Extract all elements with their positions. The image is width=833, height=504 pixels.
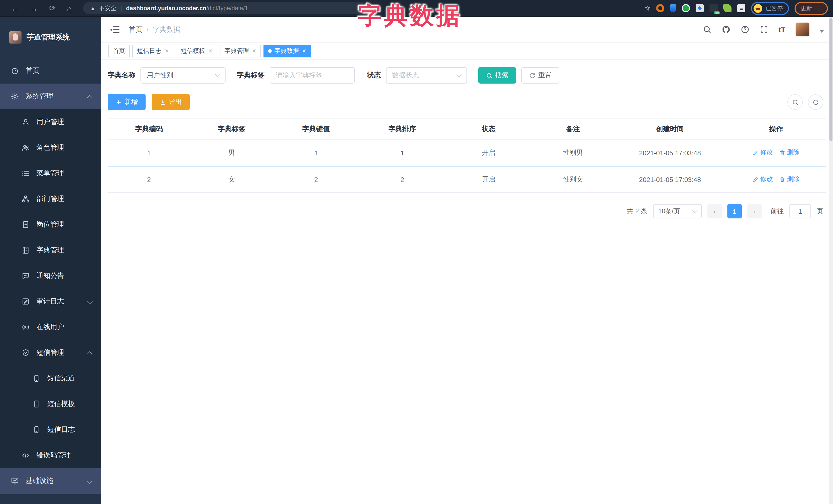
url-path: /dict/type/data/1 — [206, 5, 248, 11]
browser-menu-icon[interactable]: ⋮ — [816, 5, 822, 11]
search-icon[interactable] — [703, 25, 712, 34]
cell-sort: 1 — [359, 140, 445, 166]
browser-update-button[interactable]: 更新 ⋮ — [794, 2, 828, 15]
prev-page-button[interactable]: ‹ — [708, 204, 722, 218]
cell-code: 2 — [108, 166, 190, 193]
export-button[interactable]: 导出 — [152, 94, 190, 110]
profile-avatar-icon — [754, 4, 762, 13]
app-logo[interactable]: 芋道管理系统 — [0, 17, 101, 58]
sidebar-item-label: 字典管理 — [37, 246, 64, 255]
toggle-search-button[interactable] — [787, 94, 803, 110]
top-navbar: 首页 / 字典数据 tT — [101, 17, 833, 43]
tab-0[interactable]: 首页 — [108, 45, 130, 57]
sidebar-item-16[interactable]: 基础设施 — [0, 468, 101, 494]
user-avatar[interactable] — [795, 23, 809, 37]
chevron-down-icon — [88, 479, 92, 483]
search-icon — [486, 72, 493, 79]
tab-3[interactable]: 字典管理✕ — [220, 45, 261, 57]
sidebar-item-8[interactable]: 通知公告 — [0, 263, 101, 289]
refresh-icon — [529, 72, 536, 79]
home-icon[interactable]: ⌂ — [67, 4, 72, 13]
sidebar-item-label: 菜单管理 — [37, 169, 64, 178]
page-unit-label: 页 — [816, 207, 823, 216]
font-size-icon[interactable]: tT — [779, 25, 785, 33]
sidebar-item-3[interactable]: 角色管理 — [0, 135, 101, 161]
paused-label: 已暂停 — [766, 4, 783, 12]
add-button[interactable]: 新增 — [108, 94, 146, 110]
sidebar-item-5[interactable]: 部门管理 — [0, 186, 101, 212]
sidebar-item-15[interactable]: 错误码管理 — [0, 442, 101, 468]
close-tab-icon[interactable]: ✕ — [302, 48, 306, 54]
forward-icon[interactable]: → — [30, 4, 38, 13]
tab-4[interactable]: 字典数据✕ — [263, 45, 311, 57]
delete-link[interactable]: 删除 — [779, 148, 800, 157]
sidebar-item-2[interactable]: 用户管理 — [0, 109, 101, 135]
dict-name-select[interactable]: 用户性别 — [140, 67, 225, 83]
tree-icon — [22, 195, 30, 203]
next-page-button[interactable]: › — [747, 204, 762, 218]
sidebar-item-0[interactable]: 首页 — [0, 58, 101, 83]
sidebar-item-1[interactable]: 系统管理 — [0, 83, 101, 109]
sidebar-item-10[interactable]: 在线用户 — [0, 314, 101, 340]
user-menu-caret-icon[interactable] — [820, 30, 824, 33]
close-tab-icon[interactable]: ✕ — [252, 48, 257, 54]
tab-label: 短信日志 — [137, 47, 162, 55]
edit-link[interactable]: 修改 — [753, 175, 773, 184]
table-header-row: 字典编码字典标签字典键值字典排序状态备注创建时间操作 — [108, 119, 826, 140]
ext-on-toggle-icon[interactable] — [710, 4, 718, 12]
help-icon[interactable] — [741, 25, 749, 34]
sidebar-item-12[interactable]: 短信渠道 — [0, 365, 101, 391]
cell-created: 2021-01-05 17:03:48 — [614, 166, 726, 193]
refresh-table-button[interactable] — [808, 94, 823, 110]
sidebar-item-13[interactable]: 短信模板 — [0, 391, 101, 417]
search-button[interactable]: 搜索 — [478, 67, 516, 83]
table-toolbar: 新增 导出 — [108, 94, 826, 110]
sidebar-item-14[interactable]: 短信日志 — [0, 417, 101, 442]
table-row-1: 2女22开启性别女2021-01-05 17:03:48修改删除 — [108, 166, 826, 193]
close-tab-icon[interactable]: ✕ — [208, 48, 213, 54]
cell-sort: 2 — [359, 166, 445, 193]
delete-link[interactable]: 删除 — [779, 175, 800, 184]
status-select[interactable]: 数据状态 — [386, 67, 467, 83]
ext-green-check-icon[interactable] — [682, 4, 690, 12]
tab-1[interactable]: 短信日志✕ — [132, 45, 173, 57]
github-icon[interactable] — [722, 25, 731, 34]
dict-tag-input[interactable]: 请输入字典标签 — [270, 67, 355, 83]
refresh-icon[interactable]: ⟳ — [49, 4, 56, 13]
sidebar-item-7[interactable]: 字典管理 — [0, 237, 101, 263]
breadcrumb-home[interactable]: 首页 — [129, 25, 143, 34]
address-bar[interactable]: ▲ 不安全 | dashboard.yudao.iocoder.cn/dict/… — [83, 2, 367, 14]
sidebar-item-label: 首页 — [26, 66, 40, 75]
ext-blue-gem-icon[interactable] — [670, 4, 676, 12]
scrollbar-thumb[interactable] — [829, 18, 832, 141]
extensions-puzzle-icon[interactable] — [737, 4, 745, 12]
ext-green-leaf-icon[interactable] — [723, 4, 732, 12]
sidebar-item-11[interactable]: 短信管理 — [0, 340, 101, 365]
profile-paused-badge[interactable]: 已暂停 — [751, 2, 789, 15]
sidebar-item-4[interactable]: 菜单管理 — [0, 161, 101, 186]
page-1-button[interactable]: 1 — [728, 204, 742, 218]
chevron-down-icon — [692, 208, 697, 213]
sidebar-item-label: 系统管理 — [26, 92, 53, 101]
collapse-sidebar-icon[interactable] — [110, 26, 119, 33]
sidebar-item-9[interactable]: 审计日志 — [0, 289, 101, 314]
status-placeholder: 数据状态 — [392, 71, 419, 80]
reset-button-label: 重置 — [538, 71, 552, 80]
ext-orange-ring-icon[interactable] — [656, 4, 664, 12]
goto-page-input[interactable]: 1 — [789, 204, 811, 218]
bookmark-star-icon[interactable]: ☆ — [644, 4, 650, 12]
page-size-select[interactable]: 10条/页 — [653, 204, 702, 218]
cell-actions: 修改删除 — [725, 166, 826, 193]
close-tab-icon[interactable]: ✕ — [165, 48, 169, 54]
fullscreen-icon[interactable] — [760, 25, 768, 34]
edit-link[interactable]: 修改 — [753, 148, 773, 157]
tab-2[interactable]: 短信模板✕ — [176, 45, 217, 57]
reset-button[interactable]: 重置 — [521, 67, 559, 83]
status-label: 状态 — [367, 71, 381, 80]
sidebar-item-6[interactable]: 岗位管理 — [0, 212, 101, 237]
ext-blue-stats-icon[interactable] — [696, 4, 704, 12]
browser-scrollbar[interactable] — [829, 17, 833, 504]
screen: ← → ⟳ ⌂ ▲ 不安全 | dashboard.yudao.iocoder.… — [0, 0, 833, 504]
back-icon[interactable]: ← — [11, 4, 19, 13]
active-dot-icon — [268, 49, 272, 53]
